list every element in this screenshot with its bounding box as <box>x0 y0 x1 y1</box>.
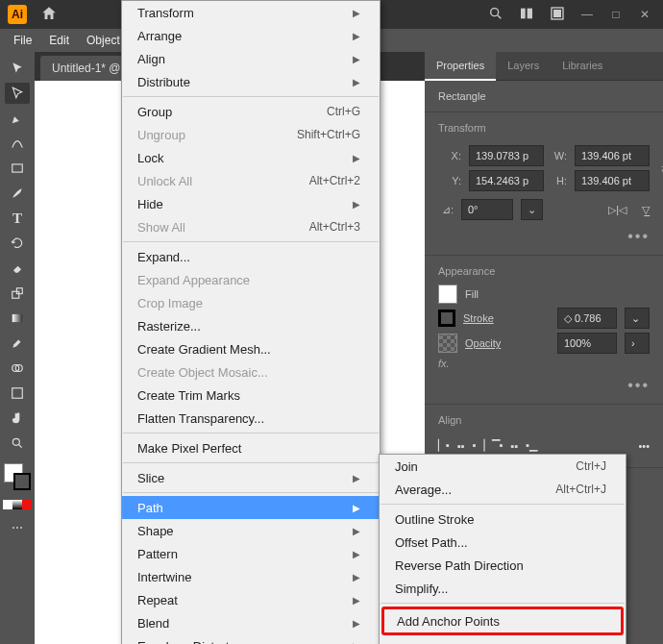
align-vcenter-icon[interactable]: ▪▪ <box>511 440 519 452</box>
selection-tool[interactable] <box>5 58 30 79</box>
stroke-dropdown[interactable]: ⌄ <box>625 308 650 329</box>
angle-dropdown-icon[interactable]: ⌄ <box>521 199 543 220</box>
menu-item-remove-anchor-points[interactable]: Remove Anchor Points <box>380 636 626 644</box>
menu-item-simplify[interactable]: Simplify... <box>380 577 626 600</box>
menu-item-intertwine[interactable]: Intertwine▶ <box>122 565 380 588</box>
color-mode-swatches[interactable] <box>3 500 32 509</box>
menu-item-repeat[interactable]: Repeat▶ <box>122 588 380 611</box>
flip-v-icon[interactable]: ▽̲ <box>642 204 650 216</box>
align-top-icon[interactable]: ▔▪ <box>492 439 503 452</box>
rotate-tool[interactable] <box>5 233 30 254</box>
menu-item-show-all: Show AllAlt+Ctrl+3 <box>122 215 380 238</box>
menu-item-group[interactable]: GroupCtrl+G <box>122 100 380 123</box>
svg-rect-7 <box>12 291 19 298</box>
tab-libraries[interactable]: Libraries <box>551 52 614 80</box>
align-bottom-icon[interactable]: ▪▁ <box>526 439 537 452</box>
hand-tool[interactable] <box>5 408 30 429</box>
menu-item-shape[interactable]: Shape▶ <box>122 519 380 542</box>
search-icon[interactable] <box>488 6 503 24</box>
document-tab[interactable]: Untitled-1* @ <box>40 56 133 81</box>
minimize-icon[interactable]: — <box>580 8 594 21</box>
menu-item-add-anchor-points[interactable]: Add Anchor Points <box>381 607 624 635</box>
menu-file[interactable]: File <box>6 31 39 50</box>
appearance-title: Appearance <box>438 265 650 277</box>
svg-rect-12 <box>12 388 23 399</box>
opacity-swatch[interactable] <box>438 334 457 353</box>
close-icon[interactable]: ✕ <box>638 8 651 21</box>
menu-item-make-pixel-perfect[interactable]: Make Pixel Perfect <box>122 436 380 459</box>
menu-item-rasterize[interactable]: Rasterize... <box>122 314 380 337</box>
menu-item-average[interactable]: Average...Alt+Ctrl+J <box>380 478 626 501</box>
align-hcenter-icon[interactable]: ▪▪ <box>457 440 465 452</box>
stroke-swatch[interactable] <box>13 473 31 490</box>
menu-item-path[interactable]: Path▶ <box>122 496 380 519</box>
menu-item-arrange[interactable]: Arrange▶ <box>122 24 380 47</box>
left-toolbar: T ⋯ <box>0 52 35 644</box>
maximize-icon[interactable]: □ <box>609 8 623 21</box>
curvature-tool[interactable] <box>5 133 30 154</box>
menu-item-slice[interactable]: Slice▶ <box>122 466 380 489</box>
appearance-section: Appearance Fill Stroke ◇ 0.786⌄ Opacity … <box>425 256 663 405</box>
y-field[interactable]: 154.2463 p <box>469 170 544 191</box>
transform-section: Transform X:139.0783 p W:139.406 pt Y:15… <box>425 112 663 256</box>
svg-rect-9 <box>12 314 23 322</box>
align-left-icon[interactable]: ▏▪ <box>438 439 450 452</box>
tab-layers[interactable]: Layers <box>496 52 551 80</box>
svg-rect-5 <box>554 10 561 16</box>
artboard-tool[interactable] <box>5 383 30 404</box>
menu-item-create-trim-marks[interactable]: Create Trim Marks <box>122 384 380 407</box>
fx-label[interactable]: fx. <box>438 358 450 369</box>
menu-item-reverse-path-direction[interactable]: Reverse Path Direction <box>380 554 626 577</box>
edit-toolbar-icon[interactable]: ⋯ <box>5 517 30 538</box>
type-tool[interactable]: T <box>5 208 30 229</box>
menu-item-outline-stroke[interactable]: Outline Stroke <box>380 508 626 531</box>
flip-h-icon[interactable]: ▷|◁ <box>608 204 626 216</box>
align-more-icon[interactable]: ••• <box>638 440 650 452</box>
align-title: Align <box>438 414 650 426</box>
arrange-docs-icon[interactable] <box>519 6 534 24</box>
menu-item-join[interactable]: JoinCtrl+J <box>380 455 626 478</box>
fill-stroke-swatches[interactable] <box>4 463 31 490</box>
pen-tool[interactable] <box>5 108 30 129</box>
app-logo: Ai <box>8 5 27 24</box>
appearance-more-icon[interactable]: ••• <box>438 373 650 394</box>
menu-item-envelope-distort[interactable]: Envelope Distort▶ <box>122 634 380 644</box>
opacity-field[interactable]: 100% <box>557 333 617 354</box>
svg-rect-3 <box>528 8 532 18</box>
eraser-tool[interactable] <box>5 258 30 279</box>
workspace-icon[interactable] <box>550 6 565 24</box>
menu-item-flatten-transparency[interactable]: Flatten Transparency... <box>122 407 380 430</box>
menu-item-align[interactable]: Align▶ <box>122 47 380 70</box>
menu-item-hide[interactable]: Hide▶ <box>122 192 380 215</box>
direct-selection-tool[interactable] <box>5 83 30 104</box>
svg-line-1 <box>498 15 501 18</box>
align-right-icon[interactable]: ▪▕ <box>473 439 484 452</box>
rectangle-tool[interactable] <box>5 158 30 179</box>
menu-item-distribute[interactable]: Distribute▶ <box>122 70 380 93</box>
stroke-swatch-small[interactable] <box>438 310 455 327</box>
gradient-tool[interactable] <box>5 308 30 329</box>
x-field[interactable]: 139.0783 p <box>469 145 544 166</box>
opacity-more[interactable]: › <box>625 333 650 354</box>
menu-item-blend[interactable]: Blend▶ <box>122 611 380 634</box>
menu-item-create-gradient-mesh[interactable]: Create Gradient Mesh... <box>122 337 380 360</box>
menu-item-expand[interactable]: Expand... <box>122 245 380 268</box>
paintbrush-tool[interactable] <box>5 183 30 204</box>
menu-edit[interactable]: Edit <box>41 31 77 50</box>
w-field[interactable]: 139.406 pt <box>575 145 650 166</box>
menu-item-transform[interactable]: Transform▶ <box>122 1 380 24</box>
menu-item-pattern[interactable]: Pattern▶ <box>122 542 380 565</box>
stroke-weight-field[interactable]: ◇ 0.786 <box>557 308 617 329</box>
eyedropper-tool[interactable] <box>5 333 30 354</box>
angle-field[interactable]: 0° <box>461 199 513 220</box>
zoom-tool[interactable] <box>5 433 30 454</box>
home-icon[interactable] <box>40 5 58 25</box>
tab-properties[interactable]: Properties <box>425 52 496 81</box>
transform-more-icon[interactable]: ••• <box>438 224 650 245</box>
h-field[interactable]: 139.406 pt <box>575 170 650 191</box>
menu-item-offset-path[interactable]: Offset Path... <box>380 531 626 554</box>
scale-tool[interactable] <box>5 283 30 304</box>
menu-item-lock[interactable]: Lock▶ <box>122 146 380 169</box>
fill-swatch-small[interactable] <box>438 285 457 304</box>
shape-builder-tool[interactable] <box>5 358 30 379</box>
